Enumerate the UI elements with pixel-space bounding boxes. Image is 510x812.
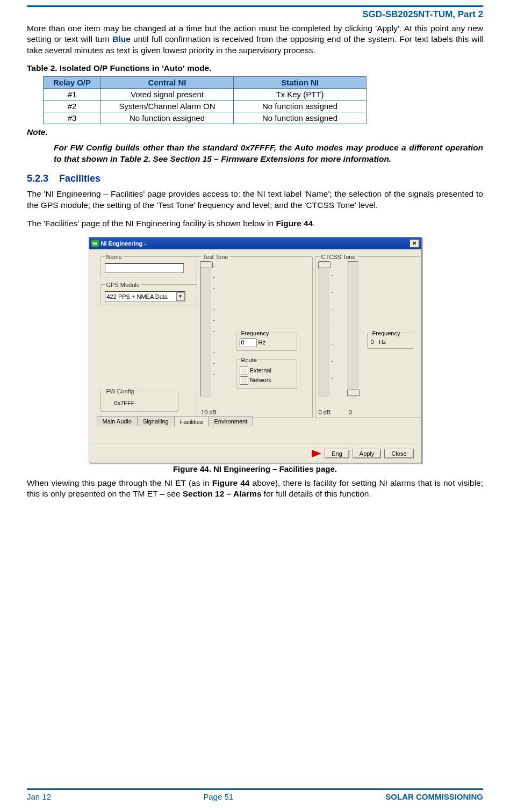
ct-level-slider[interactable]: [319, 261, 329, 397]
group-ctcss: CTCSS Tone ------- 0 dB 0 Frequency 0: [315, 254, 420, 418]
cell: #2: [44, 100, 101, 112]
tt-ticks: -----------: [213, 261, 215, 379]
table2-caption: Table 2. Isolated O/P Functions in 'Auto…: [27, 63, 483, 73]
tab-facilities[interactable]: Facilities: [174, 416, 209, 427]
cell: No function assigned: [234, 100, 367, 112]
section-p1: The 'NI Engineering – Facilities' page p…: [27, 189, 483, 211]
th-relay: Relay O/P: [44, 77, 101, 89]
th-central: Central NI: [101, 77, 234, 89]
legend-fw: FW Config: [105, 388, 136, 394]
tt-level-slider[interactable]: [200, 261, 211, 397]
gps-value: 422 PPS + NMEA Data: [107, 293, 168, 300]
ct-freq-val: 0: [371, 339, 374, 345]
tt-freq-input[interactable]: 0: [240, 339, 257, 347]
ct-frequency-group: Frequency 0 Hz: [367, 330, 413, 349]
legend-tt: Test Tone: [202, 254, 230, 260]
cell: #3: [44, 112, 101, 124]
tt-route-group: Route External Network: [236, 357, 297, 389]
table-row: #3 No function assigned No function assi…: [44, 112, 367, 124]
chevron-down-icon[interactable]: ▼: [176, 292, 185, 301]
group-gps: GPS Module 422 PPS + NMEA Data ▼: [100, 282, 197, 305]
ct-bottom-l: 0 dB: [319, 409, 331, 415]
ct-freq-unit: Hz: [379, 339, 386, 345]
ni-engineering-dialog: NI NI Engineering - ✕ Name GPS Module 42…: [89, 237, 422, 463]
ct-ticks-l: -------: [332, 267, 333, 387]
tt-route-legend: Route: [240, 357, 258, 363]
app-icon: NI: [91, 240, 99, 247]
route-network-button[interactable]: [240, 376, 248, 385]
section-heading: 5.2.3Facilities: [27, 173, 483, 184]
after-figure-paragraph: When viewing this page through the NI ET…: [27, 478, 483, 500]
tt-freq-unit: Hz: [258, 339, 265, 346]
section-num: 5.2.3: [27, 173, 59, 184]
cell: No function assigned: [101, 112, 234, 124]
p2-fig: Figure 44: [276, 219, 313, 228]
tt-bottom-label: -10 dB: [199, 409, 217, 415]
af-post: for full details of this function.: [262, 489, 371, 498]
p2-post: .: [313, 219, 315, 228]
fw-value: 0x7FFF: [105, 398, 175, 406]
tab-environment[interactable]: Environment: [208, 416, 253, 426]
p2-pre: The 'Facilities' page of the NI Engineer…: [27, 219, 276, 228]
eng-button[interactable]: Eng: [325, 449, 349, 458]
figure-caption: Figure 44. NI Engineering – Facilities p…: [89, 464, 422, 473]
tab-signalling[interactable]: Signalling: [137, 416, 175, 426]
footer-date: Jan 12: [27, 792, 51, 801]
cell: #1: [44, 89, 101, 100]
note-label: Note.: [27, 127, 483, 137]
ct-freq-slider[interactable]: [348, 261, 358, 397]
table-row: #2 System/Channel Alarm ON No function a…: [44, 100, 367, 112]
close-button[interactable]: Close: [384, 449, 413, 458]
route-network-label: Network: [250, 377, 271, 383]
note-body: For FW Config builds other than the stan…: [54, 142, 483, 164]
table-row: #1 Voted signal present Tx Key (PTT): [44, 89, 367, 100]
cell: No function assigned: [234, 112, 367, 124]
ct-freq-legend: Frequency: [371, 330, 402, 336]
cell: System/Channel Alarm ON: [101, 100, 234, 112]
footer-title: SOLAR COMMISSIONING: [385, 792, 483, 801]
section-p2: The 'Facilities' page of the NI Engineer…: [27, 218, 483, 229]
tab-main-audio[interactable]: Main Audio: [97, 416, 138, 426]
route-external-label: External: [250, 367, 271, 373]
dialog-title: NI Engineering -: [101, 240, 146, 247]
intro-blue: Blue: [112, 34, 131, 44]
tab-bar: Main Audio Signalling Facilities Environ…: [97, 416, 253, 426]
cell: Voted signal present: [101, 89, 234, 100]
tt-freq-legend: Frequency: [240, 330, 271, 336]
titlebar[interactable]: NI NI Engineering - ✕: [89, 238, 421, 249]
doc-id: SGD-SB2025NT-TUM, Part 2: [27, 9, 483, 20]
table2: Relay O/P Central NI Station NI #1 Voted…: [43, 76, 367, 124]
group-name: Name: [100, 254, 197, 277]
af-fig: Figure 44: [212, 478, 250, 487]
legend-gps: GPS Module: [105, 282, 141, 288]
section-title: Facilities: [59, 173, 100, 184]
af-sec: Section 12 – Alarms: [183, 489, 262, 498]
legend-name: Name: [105, 254, 124, 260]
apply-button[interactable]: Apply: [353, 449, 382, 458]
af-pre: When viewing this page through the NI ET…: [27, 478, 212, 487]
cell: Tx Key (PTT): [234, 89, 367, 100]
name-input[interactable]: [105, 263, 184, 273]
close-icon[interactable]: ✕: [410, 239, 419, 248]
gps-select[interactable]: 422 PPS + NMEA Data ▼: [105, 291, 185, 302]
footer-page: Page 51: [203, 792, 233, 801]
ct-bottom-r: 0: [349, 409, 352, 415]
arrow-icon: [312, 450, 321, 457]
route-external-button[interactable]: [240, 367, 248, 375]
group-testtone: Test Tone ----------- -10 dB Frequency 0…: [197, 254, 313, 418]
footer: Jan 12 Page 51 SOLAR COMMISSIONING: [27, 788, 483, 801]
legend-ct: CTCSS Tone: [320, 254, 357, 260]
intro-paragraph: More than one item may be changed at a t…: [27, 23, 483, 56]
th-station: Station NI: [234, 77, 367, 89]
tt-frequency-group: Frequency 0 Hz: [236, 330, 297, 351]
group-fwconfig: FW Config 0x7FFF: [100, 388, 178, 412]
